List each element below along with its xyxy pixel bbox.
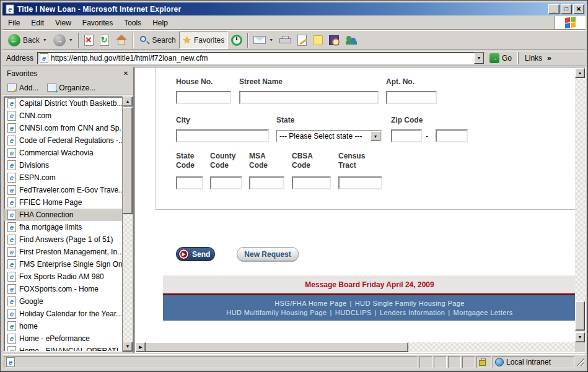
apt-no-field[interactable] (386, 91, 437, 104)
menu-file[interactable]: File (2, 17, 25, 29)
search-button[interactable]: Search (136, 32, 179, 49)
status-pane (462, 356, 475, 368)
zip-code-field[interactable] (391, 129, 422, 142)
state-code-field[interactable] (176, 176, 203, 189)
forward-dropdown-icon[interactable]: ▼ (69, 38, 73, 42)
address-input[interactable]: e https://entp.hud.gov/title1/html/f72lo… (37, 52, 485, 64)
scrollbar-thumb[interactable] (575, 301, 585, 331)
city-field[interactable] (176, 129, 269, 142)
favorites-item[interactable]: eCode of Federal Regulations -... (4, 134, 131, 147)
ie-page-icon: e (7, 173, 16, 183)
forward-button[interactable]: → ▼ (50, 32, 76, 49)
favorites-scrollbar[interactable]: ▲ ▼ (122, 97, 132, 352)
menu-view[interactable]: View (50, 17, 77, 29)
scrollbar-thumb[interactable] (146, 342, 408, 352)
go-button[interactable]: → Go (489, 53, 512, 63)
chevron-icon[interactable]: » (547, 54, 551, 63)
print-button[interactable] (276, 32, 294, 49)
house-no-label: House No. (176, 77, 213, 87)
horizontal-scrollbar[interactable]: ◀ ▶ (136, 342, 575, 352)
svg-text:e: e (10, 174, 14, 181)
footer-link[interactable]: HUD Single Family Housing Page (355, 300, 465, 307)
favorites-button[interactable]: ★ Favorites (179, 32, 229, 49)
menu-help[interactable]: Help (147, 17, 173, 29)
research-button[interactable] (326, 32, 342, 49)
vertical-scrollbar[interactable]: ▲ ▼ (575, 68, 585, 342)
favorites-item[interactable]: eFedTraveler.com E-Gov Trave... (4, 184, 131, 196)
favorites-item[interactable]: eCNNSI.com from CNN and Sp... (4, 122, 131, 134)
stop-button[interactable]: ✕ (81, 32, 97, 49)
svg-text:e: e (10, 124, 14, 132)
menu-tools[interactable]: Tools (118, 17, 147, 29)
county-code-field[interactable] (210, 176, 242, 189)
svg-text:e: e (10, 100, 14, 107)
add-favorite-icon (7, 84, 17, 92)
footer-link[interactable]: HUDCLIPS (335, 309, 372, 316)
scroll-up-icon[interactable]: ▲ (123, 97, 133, 106)
mail-dropdown-icon[interactable]: ▼ (269, 38, 273, 42)
msa-code-field[interactable] (249, 176, 284, 189)
favorites-item[interactable]: eCapital District Youth Basketb... (4, 97, 131, 110)
house-no-field[interactable] (176, 91, 231, 104)
scroll-up-icon[interactable]: ▲ (575, 68, 585, 78)
menu-favorites[interactable]: Favorites (77, 17, 118, 29)
resize-grip[interactable] (577, 358, 584, 366)
favorites-item[interactable]: eFirst Preston Management, In... (4, 246, 131, 258)
favorites-item[interactable]: ehome (4, 320, 131, 332)
minimize-button[interactable]: _ (548, 4, 559, 14)
maximize-button[interactable]: □ (561, 4, 572, 14)
send-button[interactable]: ▶ Send (176, 247, 215, 261)
mail-button[interactable]: ▼ (250, 32, 276, 49)
scroll-right-icon[interactable]: ▶ (136, 342, 146, 352)
favorites-item[interactable]: eFOXSports.com - Home (4, 283, 131, 295)
favorites-item[interactable]: eFMS Enterprise Single Sign On... (4, 258, 131, 270)
state-select[interactable]: --- Please Select state --- ▼ (276, 130, 382, 142)
home-button[interactable] (112, 32, 131, 49)
favorites-item[interactable]: eESPN.com (4, 171, 131, 184)
census-tract-field[interactable] (338, 176, 382, 189)
favorites-item[interactable]: eFHA Connection (4, 209, 131, 221)
scroll-down-icon[interactable]: ▼ (575, 332, 585, 342)
favorites-item[interactable]: eGoogle (4, 295, 131, 308)
svg-text:e: e (8, 6, 12, 13)
footer-link[interactable]: Mortgagee Letters (454, 309, 513, 316)
street-name-field[interactable] (239, 91, 379, 104)
add-favorite-button[interactable]: Add... (7, 84, 38, 92)
ie-page-icon: e (7, 136, 16, 145)
favorites-item[interactable]: eHome - FINANCIAL OPERATI... (4, 345, 131, 352)
footer-link[interactable]: HSG/FHA Home Page (274, 300, 346, 307)
cbsa-code-field[interactable] (292, 176, 331, 189)
menu-edit[interactable]: Edit (25, 17, 50, 29)
messenger-button[interactable] (342, 32, 361, 49)
favorites-item[interactable]: eFind Answers (Page 1 of 51) (4, 233, 131, 246)
scroll-down-icon[interactable]: ▼ (123, 342, 133, 352)
zip-plus4-field[interactable] (436, 129, 468, 142)
scrollbar-thumb[interactable] (123, 107, 133, 214)
new-request-button[interactable]: New Request (237, 247, 299, 261)
history-button[interactable] (228, 32, 245, 49)
edit-button[interactable] (294, 32, 310, 49)
favorites-item[interactable]: eCNN.com (4, 110, 131, 122)
favorites-item[interactable]: eHome - ePeformance (4, 332, 131, 345)
favorites-close-icon[interactable]: ✕ (121, 69, 131, 79)
favorites-item[interactable]: eDivisions (4, 159, 131, 171)
select-dropdown-icon[interactable]: ▼ (371, 131, 380, 141)
address-dropdown-button[interactable]: ▼ (474, 53, 484, 64)
svg-text:e: e (10, 112, 14, 119)
footer-link[interactable]: HUD Multifamily Housing Page (226, 309, 327, 316)
discuss-button[interactable] (310, 32, 326, 49)
ie-page-icon: e (7, 111, 16, 121)
close-button[interactable]: ✕ (573, 4, 584, 14)
favorites-item[interactable]: eHoliday Calendar for the Year... (4, 308, 131, 320)
zip-code-label: Zip Code (391, 116, 423, 125)
favorites-item[interactable]: eFox Sports Radio AM 980 (4, 270, 131, 283)
footer-link[interactable]: Lenders Information (380, 309, 445, 316)
refresh-button[interactable]: ↻ (97, 32, 112, 49)
favorites-item[interactable]: eCommercial Wachovia (4, 147, 131, 159)
back-button[interactable]: ← Back ▼ (5, 32, 50, 49)
organize-favorites-button[interactable]: Organize... (47, 84, 95, 92)
back-dropdown-icon[interactable]: ▼ (43, 38, 47, 42)
favorites-item[interactable]: eFFIEC Home Page (4, 196, 131, 209)
links-toolbar[interactable]: Links » (518, 52, 551, 64)
favorites-item[interactable]: efha mortgage limits (4, 221, 131, 233)
